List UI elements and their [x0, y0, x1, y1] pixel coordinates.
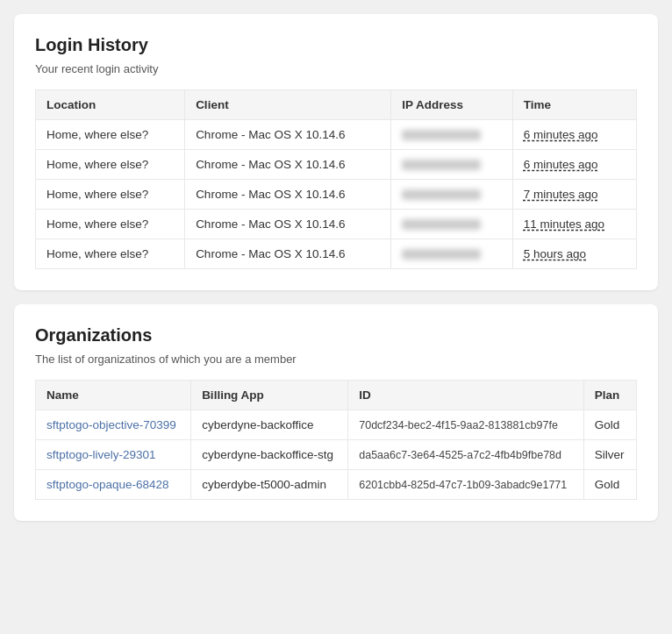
table-row: Home, where else?Chrome - Mac OS X 10.14…	[36, 150, 637, 180]
login-location: Home, where else?	[36, 180, 185, 210]
org-billing-app: cyberdyne-backoffice	[191, 410, 348, 440]
org-plan: Silver	[583, 440, 636, 470]
login-ip	[391, 180, 512, 210]
org-col-billing: Billing App	[191, 381, 348, 410]
login-client: Chrome - Mac OS X 10.14.6	[185, 150, 391, 180]
login-history-table: Location Client IP Address Time Home, wh…	[35, 89, 637, 269]
org-plan: Gold	[583, 470, 636, 500]
login-location: Home, where else?	[36, 120, 185, 150]
login-time: 7 minutes ago	[512, 180, 636, 210]
col-location: Location	[36, 90, 185, 120]
col-ip: IP Address	[391, 90, 512, 120]
table-row: Home, where else?Chrome - Mac OS X 10.14…	[36, 239, 637, 269]
organizations-table: Name Billing App ID Plan sftptogo-object…	[35, 380, 637, 500]
org-billing-app: cyberdyne-backoffice-stg	[191, 440, 348, 470]
org-name[interactable]: sftptogo-objective-70399	[36, 410, 191, 440]
org-col-plan: Plan	[583, 381, 636, 410]
org-name[interactable]: sftptogo-lively-29301	[36, 440, 191, 470]
table-row: sftptogo-lively-29301cyberdyne-backoffic…	[36, 440, 637, 470]
table-row: sftptogo-opaque-68428cyberdybe-t5000-adm…	[36, 470, 637, 500]
login-history-card: Login History Your recent login activity…	[14, 14, 658, 290]
login-time: 6 minutes ago	[512, 150, 636, 180]
org-col-id: ID	[348, 381, 583, 410]
login-time: 6 minutes ago	[512, 120, 636, 150]
org-col-name: Name	[36, 381, 191, 410]
login-ip	[391, 150, 512, 180]
login-location: Home, where else?	[36, 150, 185, 180]
org-id: 6201cbb4-825d-47c7-1b09-3abadc9e1771	[348, 470, 583, 500]
org-plan: Gold	[583, 410, 636, 440]
org-id: da5aa6c7-3e64-4525-a7c2-4fb4b9fbe78d	[348, 440, 583, 470]
login-ip	[391, 120, 512, 150]
org-billing-app: cyberdybe-t5000-admin	[191, 470, 348, 500]
org-id: 70dcf234-bec2-4f15-9aa2-813881cb97fe	[348, 410, 583, 440]
table-row: sftptogo-objective-70399cyberdyne-backof…	[36, 410, 637, 440]
col-time: Time	[512, 90, 636, 120]
login-history-title: Login History	[35, 35, 637, 55]
org-name[interactable]: sftptogo-opaque-68428	[36, 470, 191, 500]
organizations-card: Organizations The list of organizatinos …	[14, 304, 658, 521]
table-row: Home, where else?Chrome - Mac OS X 10.14…	[36, 120, 637, 150]
login-ip	[391, 210, 512, 239]
table-row: Home, where else?Chrome - Mac OS X 10.14…	[36, 210, 637, 239]
login-ip	[391, 239, 512, 269]
login-client: Chrome - Mac OS X 10.14.6	[185, 239, 391, 269]
login-client: Chrome - Mac OS X 10.14.6	[185, 120, 391, 150]
login-time: 11 minutes ago	[512, 210, 636, 239]
login-client: Chrome - Mac OS X 10.14.6	[185, 210, 391, 239]
organizations-title: Organizations	[35, 325, 637, 345]
login-location: Home, where else?	[36, 239, 185, 269]
col-client: Client	[185, 90, 391, 120]
login-time: 5 hours ago	[512, 239, 636, 269]
table-row: Home, where else?Chrome - Mac OS X 10.14…	[36, 180, 637, 210]
login-history-subtitle: Your recent login activity	[35, 62, 637, 75]
organizations-subtitle: The list of organizatinos of which you a…	[35, 353, 637, 366]
login-location: Home, where else?	[36, 210, 185, 239]
login-client: Chrome - Mac OS X 10.14.6	[185, 180, 391, 210]
